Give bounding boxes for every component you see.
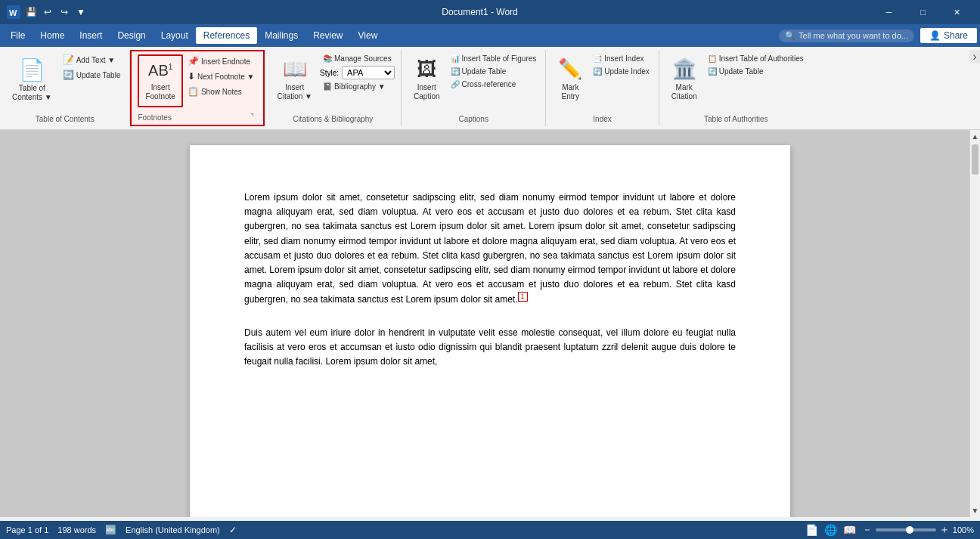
ribbon: 📄 Table ofContents ▼ 📝 Add Text ▼ 🔄 Upda… [0,47,980,130]
view-read-icon[interactable]: 📖 [843,524,856,536]
insert-caption-label: InsertCaption [414,83,439,101]
menu-file[interactable]: File [3,27,33,44]
group-captions: 🖼 InsertCaption 📊 Insert Table of Figure… [402,50,546,126]
mark-entry-button[interactable]: ✏️ MarkEntry [552,53,588,106]
menu-layout[interactable]: Layout [154,27,196,44]
bibliography-icon: 📓 [323,82,332,91]
next-footnote-label: Next Footnote ▼ [197,73,255,81]
group-footnotes: AB1 InsertFootnote 📌 Insert Endnote ⬇ Ne… [130,50,265,126]
footnote-marker-1: 1 [518,292,528,302]
mark-entry-icon: ✏️ [558,57,582,81]
menu-review[interactable]: Review [305,27,350,44]
toc-group-content: 📄 Table ofContents ▼ 📝 Add Text ▼ 🔄 Upda… [6,53,123,113]
show-notes-icon: 📋 [188,86,199,97]
insert-citation-button[interactable]: 📖 InsertCitation ▼ [271,53,318,106]
insert-index-icon: 📑 [593,54,602,63]
index-col: 📑 Insert Index 🔄 Update Index [590,53,653,77]
add-text-label: Add Text ▼ [76,56,115,64]
insert-index-button[interactable]: 📑 Insert Index [590,53,653,64]
update-table-captions-label: Update Table [462,67,507,76]
update-table-toc-button[interactable]: 🔄 Update Table [60,68,124,82]
update-table-captions-icon: 🔄 [451,67,460,76]
insert-table-of-authorities-button[interactable]: 📋 Insert Table of Authorities [705,53,807,64]
footnotes-col: 📌 Insert Endnote ⬇ Next Footnote ▼ 📋 Sho… [185,54,258,98]
maximize-button[interactable]: □ [906,0,940,24]
search-box[interactable]: 🔍 Tell me what you want to do... [779,29,914,42]
update-index-button[interactable]: 🔄 Update Index [590,66,653,77]
captions-group-label: Captions [458,115,488,123]
minimize-button[interactable]: ─ [872,0,906,24]
insert-endnote-button[interactable]: 📌 Insert Endnote [185,54,258,68]
menu-home[interactable]: Home [33,27,72,44]
scroll-down-button[interactable]: ▼ [970,504,980,517]
scroll-up-button[interactable]: ▲ [970,130,980,143]
menu-design[interactable]: Design [110,27,153,44]
zoom-out-button[interactable]: － [862,523,873,537]
insert-caption-icon: 🖼 [417,57,436,81]
zoom-slider[interactable] [876,528,936,531]
next-footnote-button[interactable]: ⬇ Next Footnote ▼ [185,70,258,83]
toa-group-label: Table of Authorities [704,115,768,123]
index-group-label: Index [593,115,611,123]
update-table-toa-button[interactable]: 🔄 Update Table [705,66,807,77]
citations-col: 📚 Manage Sources Style: APA MLA Chicago … [320,53,395,92]
table-of-contents-button[interactable]: 📄 Table ofContents ▼ [6,53,58,107]
zoom-controls: － ＋ 100% [862,523,974,537]
cross-reference-icon: 🔗 [451,80,460,88]
manage-sources-icon: 📚 [323,54,332,63]
undo-icon[interactable]: ↩ [41,5,54,19]
show-notes-label: Show Notes [201,88,242,96]
language: English (United Kingdom) [126,525,220,534]
zoom-thumb[interactable] [906,526,913,534]
index-group-content: ✏️ MarkEntry 📑 Insert Index 🔄 Update Ind… [552,53,653,113]
save-icon[interactable]: 💾 [24,5,38,19]
bibliography-button[interactable]: 📓 Bibliography ▼ [320,81,395,92]
style-select[interactable]: APA MLA Chicago [342,66,395,79]
group-table-of-contents: 📄 Table ofContents ▼ 📝 Add Text ▼ 🔄 Upda… [0,50,130,126]
zoom-in-button[interactable]: ＋ [939,523,950,537]
toc-col: 📝 Add Text ▼ 🔄 Update Table [60,53,124,82]
style-label: Style: [320,69,339,77]
language-icon: 🔤 [105,525,116,535]
menu-view[interactable]: View [351,27,386,44]
window-controls: ─ □ ✕ [872,0,974,24]
footnotes-dialog-launcher[interactable]: ⌝ [247,111,257,122]
menu-bar: File Home Insert Design Layout Reference… [0,24,980,47]
mark-citation-button[interactable]: 🏛️ MarkCitation [665,53,703,106]
insert-citation-icon: 📖 [283,57,307,81]
insert-table-of-figures-button[interactable]: 📊 Insert Table of Figures [448,53,540,64]
insert-caption-button[interactable]: 🖼 InsertCaption [408,53,445,106]
update-toa-icon: 🔄 [708,67,717,76]
customize-icon[interactable]: ▼ [74,5,88,19]
search-icon: 🔍 [785,31,795,41]
manage-sources-button[interactable]: 📚 Manage Sources [320,53,395,64]
share-button[interactable]: 👤 Share [920,28,977,43]
redo-icon[interactable]: ↪ [57,5,71,19]
menu-references[interactable]: References [196,27,257,44]
scroll-thumb[interactable] [972,144,978,175]
show-notes-button[interactable]: 📋 Show Notes [185,85,258,98]
view-web-icon[interactable]: 🌐 [824,524,837,536]
next-footnote-icon: ⬇ [188,71,195,82]
menu-insert[interactable]: Insert [72,27,110,44]
add-text-button[interactable]: 📝 Add Text ▼ [60,53,124,67]
word-count: 198 words [57,525,96,534]
group-table-of-authorities: 🏛️ MarkCitation 📋 Insert Table of Author… [659,50,813,126]
update-table-captions-button[interactable]: 🔄 Update Table [448,66,540,77]
insert-footnote-button[interactable]: AB1 InsertFootnote [138,54,182,107]
insert-toa-label: Insert Table of Authorities [719,54,804,63]
update-table-toc-icon: 🔄 [63,70,74,80]
ribbon-scroll-right[interactable]: › [969,50,980,64]
captions-group-content: 🖼 InsertCaption 📊 Insert Table of Figure… [408,53,539,113]
menu-mailings[interactable]: Mailings [257,27,305,44]
close-button[interactable]: ✕ [940,0,974,24]
cross-reference-button[interactable]: 🔗 Cross-reference [448,79,540,90]
toc-icon: 📄 [19,57,45,82]
mark-citation-icon: 🏛️ [672,57,696,81]
toa-group-content: 🏛️ MarkCitation 📋 Insert Table of Author… [665,53,807,113]
insert-endnote-label: Insert Endnote [201,57,250,66]
document-area[interactable]: Lorem ipsum dolor sit amet, consetetur s… [0,130,980,517]
scrollbar[interactable]: ▲ ▼ [969,130,980,517]
search-placeholder: Tell me what you want to do... [799,31,908,40]
view-print-icon[interactable]: 📄 [805,524,818,536]
